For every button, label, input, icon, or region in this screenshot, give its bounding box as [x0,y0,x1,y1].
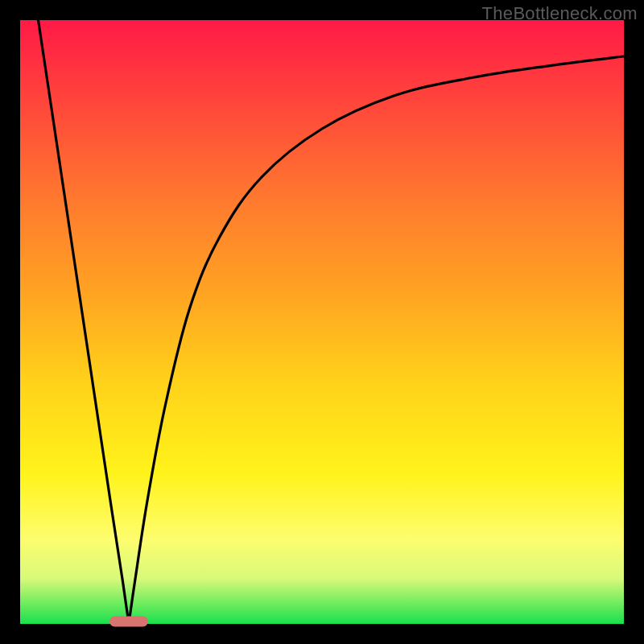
watermark-text: TheBottleneck.com [482,3,638,24]
plot-area [20,20,624,624]
chart-frame: TheBottleneck.com [0,0,644,644]
valley-marker [109,617,148,627]
bottleneck-curve [20,20,624,624]
